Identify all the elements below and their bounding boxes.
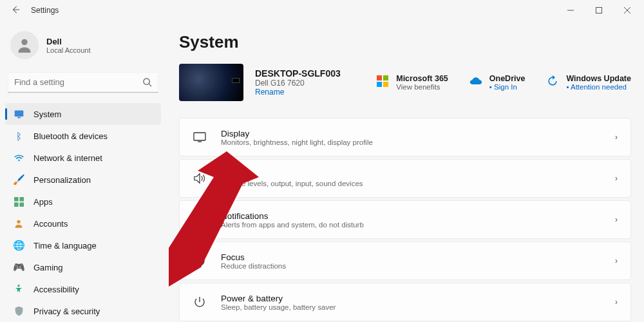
svg-rect-7 — [14, 110, 23, 116]
device-info: DESKTOP-SGLF003 Dell G16 7620 Rename Mic… — [179, 64, 631, 101]
sidebar-item-privacy[interactable]: Privacy & security — [5, 300, 161, 322]
sidebar-item-label: System — [33, 109, 61, 119]
chevron-right-icon: › — [615, 298, 618, 307]
sidebar-item-network[interactable]: Network & internet — [5, 147, 161, 169]
settings-list: DisplayMonitors, brightness, night light… — [179, 118, 631, 321]
chevron-right-icon: › — [615, 256, 618, 265]
quicklink-m365[interactable]: Microsoft 365View benefits — [375, 74, 448, 91]
sidebar-item-label: Personalization — [33, 175, 91, 185]
sidebar-item-label: Network & internet — [33, 153, 102, 163]
minimize-icon — [567, 7, 574, 14]
svg-point-15 — [17, 285, 19, 287]
row-sub: Monitors, brightness, night light, displ… — [221, 138, 373, 146]
svg-point-23 — [198, 260, 202, 263]
sidebar-item-label: Time & language — [33, 241, 97, 251]
avatar — [10, 31, 39, 59]
svg-rect-17 — [383, 75, 388, 80]
sidebar-item-label: Privacy & security — [33, 307, 100, 316]
gaming-icon: 🎮 — [13, 261, 24, 273]
svg-point-14 — [17, 220, 20, 223]
sidebar-item-apps[interactable]: Apps — [5, 191, 161, 213]
profile-name: Dell — [46, 37, 91, 46]
update-icon — [545, 74, 560, 88]
search-input[interactable] — [8, 72, 158, 93]
svg-line-6 — [149, 84, 151, 86]
focus-icon — [193, 254, 207, 267]
accounts-icon — [13, 218, 24, 229]
sidebar-item-accessibility[interactable]: Accessibility — [5, 278, 161, 300]
sidebar-item-accounts[interactable]: Accounts — [5, 213, 161, 234]
row-title: Focus — [221, 252, 286, 262]
person-icon — [15, 36, 33, 54]
row-display[interactable]: DisplayMonitors, brightness, night light… — [179, 118, 631, 156]
profile-block[interactable]: Dell Local Account — [5, 21, 161, 71]
svg-rect-1 — [596, 8, 602, 14]
device-model: Dell G16 7620 — [255, 79, 341, 88]
sidebar-item-bluetooth[interactable]: ᛒ Bluetooth & devices — [5, 125, 161, 147]
device-name: DESKTOP-SGLF003 — [255, 68, 341, 79]
row-title: Display — [221, 129, 373, 138]
sidebar-item-label: Accessibility — [33, 285, 79, 294]
svg-rect-19 — [383, 82, 388, 87]
update-sub: Attention needed — [566, 83, 631, 91]
shield-icon — [13, 305, 24, 317]
svg-rect-8 — [17, 117, 20, 118]
svg-point-9 — [18, 159, 20, 161]
row-sub: Alerts from apps and system, do not dist… — [221, 221, 364, 229]
quicklink-onedrive[interactable]: OneDriveSign In — [469, 74, 526, 91]
svg-rect-12 — [14, 202, 19, 207]
wifi-icon — [13, 152, 24, 164]
sidebar-item-time[interactable]: 🌐 Time & language — [5, 234, 161, 256]
sidebar-item-personalization[interactable]: 🖌️ Personalization — [5, 169, 161, 191]
rename-link[interactable]: Rename — [255, 88, 341, 97]
m365-sub: View benefits — [396, 83, 448, 91]
minimize-button[interactable] — [556, 0, 585, 21]
row-focus[interactable]: FocusReduce distractions › — [179, 242, 631, 280]
accessibility-icon — [13, 283, 24, 295]
maximize-icon — [596, 7, 602, 14]
close-button[interactable] — [613, 0, 641, 21]
quicklink-update[interactable]: Windows UpdateAttention needed — [545, 74, 631, 91]
svg-rect-13 — [19, 202, 24, 207]
main: System DESKTOP-SGLF003 Dell G16 7620 Ren… — [166, 21, 644, 322]
maximize-button[interactable] — [585, 0, 613, 21]
svg-rect-16 — [377, 75, 382, 80]
system-icon — [13, 108, 24, 120]
svg-point-4 — [21, 39, 27, 45]
row-power[interactable]: Power & batterySleep, battery usage, bat… — [179, 283, 631, 321]
row-title: Sound — [221, 170, 363, 180]
bluetooth-icon: ᛒ — [13, 130, 24, 142]
sound-icon — [193, 173, 207, 184]
row-sound[interactable]: SoundVolume levels, output, input, sound… — [179, 159, 631, 198]
update-title: Windows Update — [566, 74, 631, 83]
power-icon — [193, 296, 207, 308]
sidebar-item-label: Gaming — [33, 263, 63, 272]
back-button[interactable] — [3, 5, 28, 16]
sidebar-item-label: Apps — [33, 197, 53, 207]
row-title: Power & battery — [221, 294, 336, 303]
device-wallpaper-thumbnail — [179, 64, 243, 101]
onedrive-title: OneDrive — [489, 74, 526, 83]
close-icon — [624, 7, 630, 14]
row-title: Notifications — [221, 211, 364, 221]
titlebar: Settings — [0, 0, 644, 21]
search-box[interactable] — [8, 72, 158, 93]
row-sub: Volume levels, output, input, sound devi… — [221, 180, 363, 187]
svg-point-5 — [144, 79, 149, 84]
page-title: System — [179, 32, 631, 52]
svg-rect-20 — [194, 133, 205, 140]
chevron-right-icon: › — [615, 174, 618, 183]
sidebar-item-label: Bluetooth & devices — [33, 131, 108, 141]
row-notifications[interactable]: NotificationsAlerts from apps and system… — [179, 200, 631, 239]
sidebar-item-system[interactable]: System — [5, 103, 161, 125]
window-title: Settings — [28, 6, 59, 15]
svg-rect-10 — [14, 197, 19, 202]
globe-icon: 🌐 — [13, 240, 24, 251]
chevron-right-icon: › — [615, 215, 618, 224]
arrow-left-icon — [11, 5, 20, 14]
row-sub: Sleep, battery usage, battery saver — [221, 303, 336, 311]
search-icon — [142, 77, 152, 90]
display-icon — [193, 132, 207, 142]
sidebar-item-gaming[interactable]: 🎮 Gaming — [5, 256, 161, 278]
onedrive-sub: Sign In — [489, 83, 526, 91]
